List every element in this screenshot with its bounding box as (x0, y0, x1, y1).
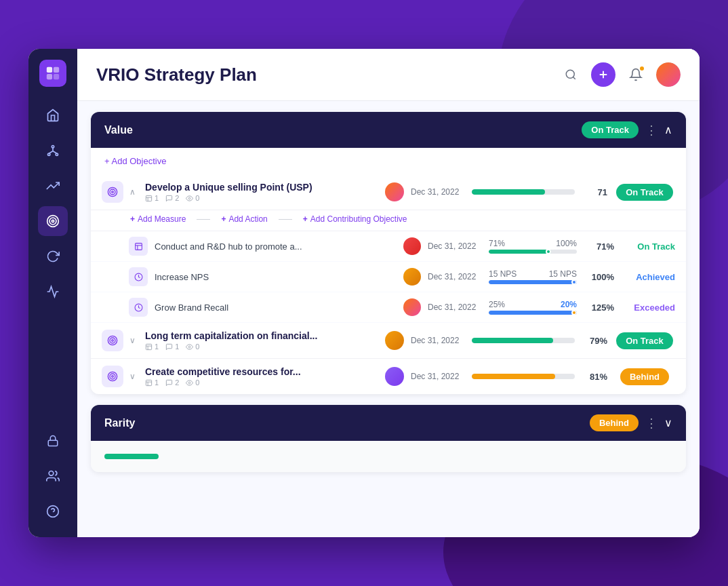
objective-progress-competitive: 81% (472, 372, 607, 382)
section-value-body: + Add Objective ∧ (91, 148, 686, 394)
objective-date-competitive: Dec 31, 2022 (411, 372, 465, 381)
progress-bar-fill-financial (472, 338, 553, 343)
action-divider-2 (279, 219, 292, 220)
section-rarity-status[interactable]: Behind (590, 414, 639, 431)
objective-pct-usp: 71 (580, 187, 607, 197)
measure-bar-nps (489, 280, 577, 284)
measure-pct-nps: 100% (590, 272, 614, 282)
section-value-menu[interactable]: ⋮ (645, 123, 658, 138)
add-action-link[interactable]: Add Action (221, 214, 267, 224)
obj-tasks: 1 (145, 194, 159, 202)
sidebar (28, 49, 77, 537)
section-value: Value On Track ⋮ ∧ + Add Objective (91, 112, 686, 394)
objective-name-financial: Long term capitalization on financial... (145, 330, 378, 341)
objective-status-usp: On Track (614, 186, 675, 198)
sidebar-item-home[interactable] (38, 100, 68, 130)
measure-dot-rd (546, 250, 551, 254)
measure-pct-rd: 71% (590, 241, 614, 252)
objective-meta-financial: 1 1 0 (145, 343, 378, 351)
add-button[interactable] (591, 62, 615, 87)
svg-point-37 (188, 346, 190, 348)
objective-progress-usp: 71 (472, 187, 607, 197)
measure-date-rd: Dec 31, 2022 (428, 241, 482, 251)
measure-row-brand: Grow Brand Recall Dec 31, 2022 25% 20% (91, 292, 686, 323)
section-rarity-toggle[interactable]: ∨ (664, 416, 672, 429)
sidebar-item-org[interactable] (38, 136, 68, 165)
svg-point-22 (110, 189, 115, 195)
svg-rect-3 (54, 74, 59, 79)
sidebar-item-lock[interactable] (38, 426, 68, 456)
rarity-collapsed-hint (91, 446, 686, 467)
svg-rect-13 (48, 440, 58, 446)
section-value-status[interactable]: On Track (582, 121, 639, 138)
measure-values-brand: 25% 20% (489, 300, 577, 309)
measure-fill-nps (489, 280, 577, 284)
objective-name-usp: Develop a Unique selling Point (USP) (145, 182, 378, 193)
objective-toggle-competitive[interactable]: ∨ (126, 370, 138, 383)
svg-point-17 (566, 70, 574, 78)
svg-point-5 (48, 153, 50, 155)
objective-main-financial: ∨ Long term capitalization on financial.… (102, 330, 675, 351)
section-rarity-title: Rarity (104, 417, 135, 429)
objective-status-financial: On Track (614, 334, 675, 347)
measure-values-nps: 15 NPS 15 NPS (489, 269, 577, 279)
objective-meta-competitive: 1 2 0 (145, 378, 378, 387)
measure-bar-rd (489, 250, 577, 254)
svg-rect-2 (47, 74, 52, 79)
progress-bar-bg-usp (472, 189, 575, 195)
measure-avatar-brand (403, 298, 421, 316)
sidebar-item-help[interactable] (38, 496, 68, 526)
objective-status-badge-competitive[interactable]: Behind (620, 368, 669, 385)
measure-name-brand: Grow Brand Recall (155, 302, 397, 313)
measure-icon-nps (129, 267, 148, 286)
objective-toggle-usp[interactable]: ∧ (126, 186, 138, 198)
measure-bar-brand (489, 311, 577, 315)
section-value-toggle[interactable]: ∧ (664, 123, 672, 136)
objective-status-competitive: Behind (614, 370, 675, 383)
page-title: VRIO Strategy Plan (96, 64, 257, 85)
measure-pct-brand: 125% (590, 302, 614, 313)
objective-icon-competitive (102, 366, 123, 387)
measure-status-rd: On Track (621, 240, 675, 252)
sidebar-item-funnel[interactable] (38, 277, 68, 307)
objective-toggle-financial[interactable]: ∨ (126, 334, 138, 347)
svg-point-12 (52, 220, 54, 222)
svg-rect-28 (135, 243, 142, 250)
sidebar-item-team[interactable] (38, 461, 68, 491)
measure-fill-rd (489, 250, 551, 254)
svg-rect-24 (146, 195, 151, 201)
objective-progress-financial: 79% (472, 336, 607, 346)
measure-name-nps: Increase NPS (155, 272, 397, 282)
svg-point-33 (112, 340, 114, 342)
notification-badge (639, 65, 645, 72)
add-measure-link[interactable]: Add Measure (130, 214, 186, 224)
add-objective-link[interactable]: + Add Objective (91, 148, 686, 174)
objective-main-usp: ∧ Develop a Unique selling Point (USP) 1 (102, 181, 675, 203)
actions-row-usp: Add Measure Add Action Add Contributing … (91, 210, 686, 231)
measure-icon-brand (129, 298, 148, 317)
search-button[interactable] (559, 62, 583, 87)
objective-status-badge-usp[interactable]: On Track (616, 184, 673, 201)
obj-watchers: 0 (186, 194, 199, 202)
progress-bar-fill-usp (472, 189, 545, 195)
sidebar-logo[interactable] (39, 60, 66, 87)
objective-pct-competitive: 81% (580, 372, 607, 382)
measure-row-rd: Conduct and R&D hub to promote a... Dec … (91, 231, 686, 262)
svg-line-9 (53, 151, 57, 153)
svg-point-6 (56, 153, 58, 155)
add-contributing-link[interactable]: Add Contributing Objective (303, 214, 407, 224)
progress-bar-bg-competitive (472, 374, 575, 379)
sidebar-item-trending[interactable] (38, 171, 68, 201)
section-value-actions: On Track ⋮ ∧ (582, 121, 672, 138)
measure-status-brand: Exceeded (621, 301, 675, 313)
sidebar-item-refresh[interactable] (38, 241, 68, 271)
objective-icon-usp (102, 181, 123, 203)
notification-button[interactable] (624, 62, 648, 87)
objective-pct-financial: 79% (580, 336, 607, 346)
section-rarity-menu[interactable]: ⋮ (645, 416, 658, 431)
svg-line-8 (49, 151, 53, 153)
objective-status-badge-financial[interactable]: On Track (616, 332, 673, 349)
svg-point-40 (112, 376, 114, 378)
sidebar-item-objectives[interactable] (38, 206, 68, 236)
user-avatar[interactable] (656, 62, 681, 87)
